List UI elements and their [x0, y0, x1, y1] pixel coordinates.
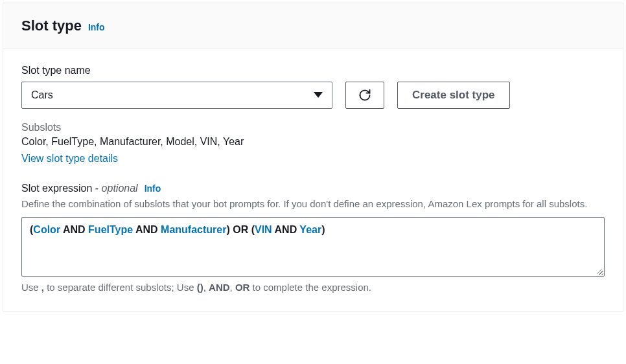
expression-operator-token: AND — [60, 224, 88, 235]
hint-p1: Use — [21, 282, 41, 293]
expression-slot-token: Color — [33, 224, 60, 235]
slot-type-select[interactable]: Cars — [21, 82, 332, 109]
view-slot-type-details-link[interactable]: View slot type details — [21, 153, 118, 165]
expression-slot-token: VIN — [255, 224, 272, 235]
slot-expression-title: Slot expression - optional — [21, 183, 138, 194]
hint-or: OR — [235, 282, 250, 293]
refresh-button[interactable] — [345, 82, 384, 109]
panel-header: Slot type Info — [3, 3, 623, 49]
panel-body: Slot type name Cars Create slot type Sub… — [3, 49, 623, 311]
slot-expression-optional: optional — [102, 183, 138, 194]
resize-handle-icon — [596, 268, 603, 275]
slot-expression-title-text: Slot expression — [21, 183, 92, 194]
slot-expression-dash: - — [92, 183, 101, 194]
slot-expression-description: Define the combination of subslots that … — [21, 197, 605, 210]
slot-expression-input[interactable]: (Color AND FuelType AND Manufacturer) OR… — [21, 217, 605, 277]
expression-operator-token: ) OR ( — [226, 224, 255, 235]
expression-operator-token: AND — [272, 224, 300, 235]
slot-expression-section: Slot expression - optional Info Define t… — [21, 183, 605, 293]
slot-expression-hint: Use , to separate different subslots; Us… — [21, 282, 605, 293]
hint-parens: () — [197, 282, 203, 293]
panel-title: Slot type — [21, 17, 82, 34]
hint-p3: to complete the expression. — [249, 282, 371, 293]
hint-sep1: , — [203, 282, 209, 293]
subslots-label: Subslots — [21, 122, 605, 133]
info-link-header[interactable]: Info — [88, 22, 105, 32]
slot-type-panel: Slot type Info Slot type name Cars Creat… — [3, 3, 623, 312]
create-slot-type-button[interactable]: Create slot type — [397, 82, 510, 109]
slot-type-selected-value: Cars — [31, 89, 53, 101]
hint-p2: to separate different subslots; Use — [44, 282, 197, 293]
subslots-value: Color, FuelType, Manufacturer, Model, VI… — [21, 136, 605, 148]
svg-line-1 — [599, 271, 602, 274]
slot-type-row: Cars Create slot type — [21, 82, 605, 109]
expression-slot-token: Year — [299, 224, 321, 235]
create-slot-type-label: Create slot type — [412, 89, 495, 102]
expression-operator-token: ) — [321, 224, 325, 235]
expression-slot-token: FuelType — [88, 224, 133, 235]
expression-slot-token: Manufacturer — [161, 224, 226, 235]
hint-and: AND — [209, 282, 230, 293]
refresh-icon — [358, 89, 371, 102]
slot-expression-header: Slot expression - optional Info — [21, 183, 605, 194]
hint-sep2: , — [230, 282, 235, 293]
info-link-expression[interactable]: Info — [145, 183, 161, 194]
slot-type-name-label: Slot type name — [21, 65, 605, 76]
expression-operator-token: AND — [133, 224, 161, 235]
svg-line-0 — [597, 269, 602, 274]
chevron-down-icon — [314, 92, 323, 98]
